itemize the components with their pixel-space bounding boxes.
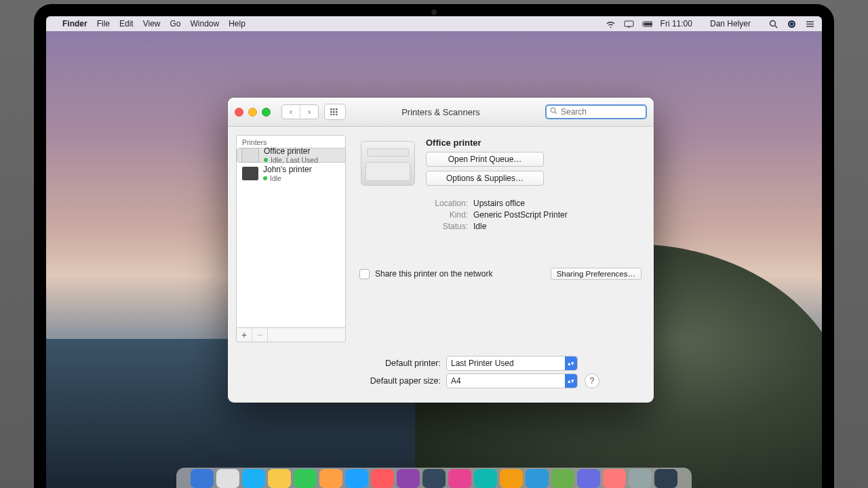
select-arrows-icon: ▴▾ bbox=[565, 374, 577, 388]
options-supplies-button[interactable]: Options & Supplies… bbox=[426, 171, 544, 186]
dock-app[interactable] bbox=[345, 469, 368, 488]
location-label: Location: bbox=[359, 199, 468, 208]
dock-app[interactable] bbox=[371, 469, 394, 488]
close-button[interactable] bbox=[235, 108, 243, 117]
svg-line-6 bbox=[775, 26, 777, 28]
printer-sidebar: Printers Office printer Idle, Last Used bbox=[236, 135, 346, 342]
menu-window[interactable]: Window bbox=[191, 19, 220, 28]
menu-view[interactable]: View bbox=[143, 19, 161, 28]
printer-icon bbox=[242, 167, 258, 180]
svg-rect-0 bbox=[625, 21, 633, 26]
printer-row-johns[interactable]: John's printer Idle bbox=[237, 163, 345, 184]
dock-app[interactable] bbox=[474, 469, 497, 488]
svg-rect-14 bbox=[336, 108, 338, 110]
paper-size-label: Default paper size: bbox=[237, 376, 441, 386]
svg-point-21 bbox=[551, 108, 555, 113]
display-icon[interactable] bbox=[624, 20, 634, 28]
dock-app[interactable] bbox=[526, 469, 549, 488]
dock-app[interactable] bbox=[242, 469, 265, 488]
dock-app[interactable] bbox=[577, 469, 600, 488]
menu-file[interactable]: File bbox=[97, 19, 110, 28]
location-value: Upstairs office bbox=[473, 199, 525, 208]
svg-point-5 bbox=[770, 20, 776, 26]
kind-label: Kind: bbox=[359, 210, 468, 220]
dock-app[interactable] bbox=[294, 469, 317, 488]
app-menu[interactable]: Finder bbox=[62, 19, 87, 28]
default-printer-label: Default printer: bbox=[237, 359, 441, 368]
status-dot-icon bbox=[264, 158, 268, 162]
menubar-user[interactable]: Dan Helyer bbox=[710, 19, 751, 28]
dock-app[interactable] bbox=[448, 469, 471, 488]
svg-line-22 bbox=[555, 112, 557, 114]
svg-rect-16 bbox=[333, 111, 335, 113]
printer-status: Idle, Last Used bbox=[271, 156, 318, 164]
dock-app[interactable] bbox=[268, 469, 291, 488]
dock-app[interactable] bbox=[629, 469, 652, 488]
dock-app[interactable] bbox=[500, 469, 523, 488]
menu-bar: Finder File Edit View Go Window Help Fri… bbox=[46, 16, 822, 31]
camera-dot bbox=[431, 9, 437, 15]
dock bbox=[176, 468, 692, 488]
menu-edit[interactable]: Edit bbox=[119, 19, 134, 28]
printer-detail-pane: Office printer Open Print Queue… Options… bbox=[355, 135, 646, 342]
share-printer-checkbox[interactable] bbox=[359, 269, 370, 279]
svg-rect-18 bbox=[330, 114, 332, 115]
zoom-button[interactable] bbox=[262, 108, 271, 117]
dock-app[interactable] bbox=[654, 469, 677, 488]
dock-app[interactable] bbox=[603, 469, 626, 488]
search-icon bbox=[550, 107, 557, 117]
status-value: Idle bbox=[473, 222, 486, 231]
nav-buttons: ‹ › bbox=[281, 104, 319, 119]
search-field[interactable] bbox=[545, 104, 647, 119]
status-label: Status: bbox=[359, 222, 468, 231]
forward-button[interactable]: › bbox=[300, 105, 318, 119]
dock-app[interactable] bbox=[551, 469, 574, 488]
add-printer-button[interactable]: + bbox=[237, 328, 252, 342]
svg-rect-19 bbox=[333, 114, 335, 115]
search-input[interactable] bbox=[559, 106, 642, 117]
printers-scanners-window: ‹ › Printers & Scanners bbox=[228, 98, 654, 403]
default-printer-value: Last Printer Used bbox=[451, 359, 514, 368]
selected-printer-name: Office printer bbox=[426, 138, 544, 148]
printer-icon bbox=[241, 148, 259, 163]
svg-rect-15 bbox=[330, 111, 332, 113]
svg-point-7 bbox=[788, 20, 795, 28]
window-toolbar: ‹ › Printers & Scanners bbox=[228, 98, 654, 127]
printer-row-office[interactable]: Office printer Idle, Last Used bbox=[237, 148, 346, 163]
sharing-preferences-button[interactable]: Sharing Preferences… bbox=[551, 268, 642, 280]
dock-app[interactable] bbox=[191, 469, 214, 488]
select-arrows-icon: ▴▾ bbox=[565, 357, 577, 370]
status-dot-icon bbox=[263, 176, 267, 180]
open-print-queue-button[interactable]: Open Print Queue… bbox=[426, 152, 544, 167]
help-button[interactable]: ? bbox=[585, 373, 599, 388]
svg-rect-12 bbox=[330, 108, 332, 110]
svg-rect-1 bbox=[628, 26, 630, 28]
dock-app[interactable] bbox=[422, 469, 446, 488]
printer-image bbox=[361, 141, 415, 186]
menu-help[interactable]: Help bbox=[229, 19, 245, 28]
minimize-button[interactable] bbox=[248, 108, 257, 117]
menu-go[interactable]: Go bbox=[170, 19, 181, 28]
notification-center-icon[interactable] bbox=[805, 20, 815, 28]
kind-value: Generic PostScript Printer bbox=[473, 210, 568, 220]
svg-rect-13 bbox=[333, 108, 335, 110]
printer-status: Idle bbox=[270, 174, 281, 182]
paper-size-select[interactable]: A4 ▴▾ bbox=[446, 373, 578, 388]
siri-icon[interactable] bbox=[787, 20, 797, 28]
default-printer-select[interactable]: Last Printer Used ▴▾ bbox=[446, 356, 578, 371]
window-footer: Default printer: Last Printer Used ▴▾ De… bbox=[228, 350, 654, 401]
wifi-icon[interactable] bbox=[606, 20, 616, 28]
printer-name: Office printer bbox=[264, 146, 318, 156]
dock-app[interactable] bbox=[216, 469, 239, 488]
dock-app[interactable] bbox=[397, 469, 420, 488]
share-printer-label: Share this printer on the network bbox=[375, 269, 492, 279]
show-all-button[interactable] bbox=[324, 104, 346, 120]
back-button[interactable]: ‹ bbox=[282, 105, 300, 119]
dock-app[interactable] bbox=[319, 469, 342, 488]
spotlight-icon[interactable] bbox=[768, 20, 778, 28]
menubar-clock[interactable]: Fri 11:00 bbox=[660, 19, 692, 28]
svg-rect-3 bbox=[644, 22, 652, 25]
remove-printer-button[interactable]: − bbox=[252, 328, 268, 342]
paper-size-value: A4 bbox=[451, 376, 461, 386]
battery-icon[interactable] bbox=[642, 20, 652, 28]
